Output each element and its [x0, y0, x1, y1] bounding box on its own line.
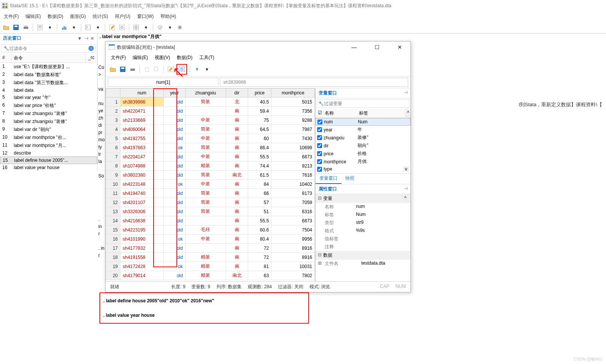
history-item[interactable]: 16label value year house: [0, 164, 97, 171]
prop-row[interactable]: 名称num: [316, 203, 410, 211]
history-filter-input[interactable]: [9, 46, 88, 51]
col-num[interactable]: #: [0, 54, 11, 62]
menu-graph[interactable]: 图形(G): [70, 13, 86, 20]
collapse-icon[interactable]: ⊟: [318, 195, 323, 202]
table-row[interactable]: 2 sh4220471 old 南 59.4 7356: [106, 107, 315, 116]
table-row[interactable]: 10 sh4223148 ok 中装 南 84 10402: [106, 180, 315, 189]
table-row[interactable]: 13 sh3326306 old 简装 南 51 6316: [106, 207, 315, 216]
col-header[interactable]: num: [120, 89, 164, 97]
table-row[interactable]: 7 sh2204147 old 中装 南 55.5 6873: [106, 152, 315, 161]
history-item[interactable]: 9label var dir "朝向": [0, 126, 97, 134]
menu-user[interactable]: 用户(U): [115, 13, 130, 20]
editor-menu-tool[interactable]: 工具(T): [199, 54, 214, 61]
col-name[interactable]: 名称: [322, 109, 357, 118]
var-row[interactable]: dir朝向": [316, 142, 410, 150]
save-icon[interactable]: [119, 65, 127, 73]
pin-icon[interactable]: ⊣: [404, 186, 407, 192]
var-checkbox[interactable]: [317, 159, 322, 164]
editor-menu-data[interactable]: 数据(D): [177, 54, 192, 61]
table-row[interactable]: 9 sh3802380 old 简装 南北 61.5 7616: [106, 171, 315, 180]
wrench-icon[interactable]: 🔧: [3, 46, 9, 51]
menu-help[interactable]: 帮助(H): [160, 13, 176, 20]
col-cmd[interactable]: 命令: [11, 54, 86, 62]
table-row[interactable]: 16 sh4101990 ok 中装 南 80.4 9956: [106, 235, 315, 244]
prop-row[interactable]: 值标签: [316, 235, 410, 243]
copy-icon[interactable]: [143, 65, 151, 73]
history-item[interactable]: 2label data "数据集标签": [0, 71, 97, 79]
pin-icon[interactable]: ⊣: [404, 90, 407, 96]
prop-row[interactable]: 注释: [316, 243, 410, 251]
col-header[interactable]: dir: [226, 89, 248, 97]
prop-row[interactable]: ⊞文件名testdata.dta: [316, 260, 410, 268]
table-row[interactable]: 11 sh4194740 old 简装 南 66 8173: [106, 189, 315, 198]
more-icon[interactable]: [156, 23, 164, 32]
table-row[interactable]: 3 sh2133669 old 中装 南 75 9288: [106, 116, 315, 125]
cell-value-input[interactable]: sh3839986: [220, 78, 408, 87]
col-check[interactable]: ☑: [316, 109, 322, 118]
var-checkbox[interactable]: [317, 151, 322, 156]
viewer-icon[interactable]: ▾: [46, 23, 54, 32]
tab-snapshot[interactable]: 快照: [341, 174, 358, 184]
editor-menu-edit[interactable]: 编辑(E): [133, 54, 148, 61]
minimize-button[interactable]: —: [346, 43, 362, 52]
history-item[interactable]: 15label define house 2005"...: [0, 156, 97, 164]
browse-icon[interactable]: [118, 23, 126, 32]
menu-file[interactable]: 文件(F): [4, 13, 19, 20]
history-item[interactable]: 10label var monthprice "价...: [0, 134, 97, 142]
var-checkbox[interactable]: [317, 120, 322, 125]
filter-icon[interactable]: ▼: [193, 65, 201, 73]
table-row[interactable]: 17 sh4177832 old 南 72 8916: [106, 244, 315, 253]
menu-data[interactable]: 数据(D): [48, 13, 63, 20]
history-item[interactable]: 4label data: [0, 87, 97, 94]
var-row[interactable]: typev: [316, 166, 410, 172]
open-icon[interactable]: [109, 65, 117, 73]
editor-icon[interactable]: [108, 23, 116, 32]
pin-icon[interactable]: ⊣: [84, 36, 88, 41]
col-label[interactable]: 标签: [357, 109, 405, 118]
history-item[interactable]: 6label var price "价格": [0, 102, 97, 110]
table-row[interactable]: 8 sh1074988 old 精装 南 74.4 9213: [106, 161, 315, 171]
maximize-button[interactable]: ☐: [369, 43, 385, 52]
history-item[interactable]: 8label var zhuangxiu "装修": [0, 118, 97, 126]
col-rc[interactable]: _rc: [86, 54, 97, 62]
wrench-icon[interactable]: 🔧: [318, 101, 324, 106]
var-row[interactable]: numNum: [316, 118, 410, 126]
table-row[interactable]: 19 sh4172428 ok 精装 南 81 10031: [106, 262, 315, 271]
datagrid-icon[interactable]: [132, 23, 140, 32]
paste-icon[interactable]: [152, 65, 161, 73]
print-icon[interactable]: [128, 65, 137, 73]
menu-stats[interactable]: 统计(S): [93, 13, 108, 20]
var-filter-input[interactable]: [324, 101, 408, 106]
history-item[interactable]: 3label data "第三节数据集...: [0, 79, 97, 87]
table-row[interactable]: 4 sh4060064 old 简装 南 64.5 7987: [106, 125, 315, 134]
table-row[interactable]: 6 sh4197663 ok 简装 南 86.4 10699: [106, 143, 315, 152]
menu-window[interactable]: 窗口(W): [137, 13, 154, 20]
table-row[interactable]: 12 sh4201107 old 简装 南 57 7059: [106, 198, 315, 207]
scrollbar-up[interactable]: ^: [405, 109, 410, 118]
table-row[interactable]: 15 sh4223195 old 毛坯 南 60.6 7504: [106, 225, 315, 235]
dropdown-icon[interactable]: ▾: [94, 23, 102, 32]
scrollbar-up[interactable]: ^: [402, 195, 408, 202]
col-header[interactable]: price: [248, 89, 271, 97]
var-row[interactable]: year年: [316, 126, 410, 134]
stop-icon[interactable]: [176, 23, 184, 32]
dropdown-icon[interactable]: ▾: [203, 65, 211, 73]
var-checkbox[interactable]: [317, 127, 322, 132]
table-row[interactable]: 5 sh4192755 old 中装 南 60 7430: [106, 134, 315, 143]
table-row[interactable]: 14 sh4216638 old 南 55.5 6873: [106, 216, 315, 225]
menu-edit[interactable]: 编辑(E): [26, 13, 41, 20]
history-item[interactable]: 5label var year "年": [0, 94, 97, 102]
history-item[interactable]: 1use "E:\【课程数据更新】...: [0, 63, 97, 71]
editor-menu-file[interactable]: 文件(F): [111, 54, 126, 61]
graph-icon[interactable]: [60, 23, 68, 32]
collapse-icon[interactable]: ⊟: [318, 252, 323, 259]
save-icon[interactable]: [12, 23, 20, 32]
col-header[interactable]: monthprice: [271, 89, 315, 97]
dropdown-icon[interactable]: ▾: [166, 23, 174, 32]
log-icon[interactable]: [36, 23, 44, 32]
var-checkbox[interactable]: [317, 143, 322, 148]
history-item[interactable]: 11label var monthprice "月...: [0, 142, 97, 150]
history-item[interactable]: 12describe: [0, 150, 97, 156]
filter-icon[interactable]: ▼: [77, 36, 82, 41]
editor-menu-view[interactable]: 视图(V): [155, 54, 170, 61]
